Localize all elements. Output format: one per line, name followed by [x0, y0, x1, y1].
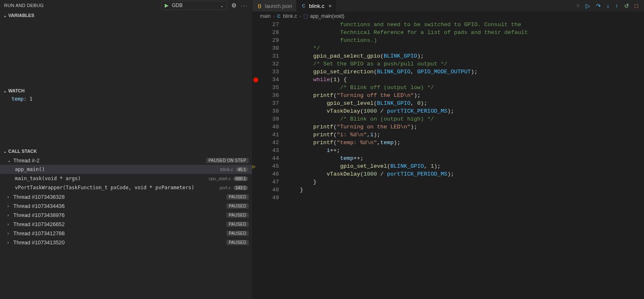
- stop-button[interactable]: □: [635, 2, 638, 9]
- variables-section-header[interactable]: ⌄ VARIABLES: [0, 11, 252, 20]
- code-line[interactable]: /* Set the GPIO as a push/pull output */: [286, 60, 640, 68]
- thread-row[interactable]: ›Thread #1073436328PAUSED: [0, 192, 252, 201]
- line-number[interactable]: 48: [259, 186, 279, 194]
- breadcrumb-symbol[interactable]: app_main(void): [310, 13, 344, 19]
- callstack-section-header[interactable]: ⌄ CALL STACK: [0, 147, 252, 156]
- code-line[interactable]: functions.): [286, 36, 640, 44]
- thread-row[interactable]: ›Thread #1073434436PAUSED: [0, 201, 252, 210]
- line-number[interactable]: 34: [259, 76, 279, 84]
- tab-label: blink.c: [309, 3, 324, 9]
- thread-label: Thread #1073426652: [13, 221, 226, 227]
- function-icon: ⬚: [303, 13, 308, 19]
- code-line[interactable]: printf("Turning on the LED\n");: [286, 123, 640, 131]
- breakpoint-icon[interactable]: [253, 77, 258, 82]
- start-debug-icon[interactable]: ▶: [165, 2, 168, 8]
- line-number[interactable]: 27: [259, 21, 279, 29]
- line-number[interactable]: 38: [259, 107, 279, 115]
- step-out-button[interactable]: ↑: [615, 2, 618, 9]
- gear-icon[interactable]: ⚙: [231, 2, 237, 9]
- code-line[interactable]: gpio_set_level(BLINK_GPIO, 0);: [286, 99, 640, 107]
- line-number[interactable]: 36: [259, 92, 279, 99]
- line-number[interactable]: 29: [259, 36, 279, 44]
- step-over-button[interactable]: ↷: [596, 2, 601, 9]
- restart-button[interactable]: ↺: [624, 2, 629, 9]
- run-debug-title: RUN AND DEBUG: [4, 3, 44, 8]
- code-line[interactable]: /* Blink on (output high) */: [286, 115, 640, 123]
- code-line[interactable]: /* Blink off (output low) */: [286, 84, 640, 92]
- breadcrumb[interactable]: main › C blink.c › ⬚ app_main(void): [252, 12, 644, 21]
- stack-frame[interactable]: vPortTaskWrapper(TaskFunction_t pxCode, …: [0, 183, 252, 192]
- line-number[interactable]: 45: [259, 162, 279, 170]
- watch-item[interactable]: temp: 1: [0, 95, 252, 103]
- code-line[interactable]: while(1) {: [286, 76, 640, 84]
- code-line[interactable]: vTaskDelay(1000 / portTICK_PERIOD_MS);: [286, 107, 640, 115]
- frame-file: cpu_start.c: [209, 176, 231, 181]
- continue-button[interactable]: ▷: [586, 2, 590, 9]
- thread-row-active[interactable]: ⌄ Thread #-2 PAUSED ON STEP: [0, 156, 252, 165]
- code-line[interactable]: vTaskDelay(1000 / portTICK_PERIOD_MS);: [286, 170, 640, 178]
- line-number[interactable]: 43: [259, 147, 279, 154]
- tab-label: launch.json: [265, 3, 292, 9]
- line-number[interactable]: 39: [259, 115, 279, 123]
- watch-value: 1: [29, 96, 32, 102]
- code-line[interactable]: printf("temp: %d\n",temp);: [286, 139, 640, 147]
- line-number[interactable]: 33: [259, 68, 279, 76]
- line-number[interactable]: 32: [259, 60, 279, 68]
- step-into-button[interactable]: ↓: [607, 2, 610, 9]
- code-line[interactable]: functions and need to be switched to GPI…: [286, 21, 640, 29]
- line-number[interactable]: 44: [259, 154, 279, 162]
- code-line[interactable]: }: [286, 186, 640, 194]
- breadcrumb-root[interactable]: main: [260, 13, 271, 19]
- line-number[interactable]: 35: [259, 84, 279, 92]
- line-number[interactable]: 47: [259, 178, 279, 186]
- watch-section-header[interactable]: ⌄ WATCH: [0, 86, 252, 95]
- line-number[interactable]: 41: [259, 131, 279, 139]
- line-number[interactable]: 40: [259, 123, 279, 131]
- thread-row[interactable]: ›Thread #1073413520PAUSED: [0, 238, 252, 247]
- code-line[interactable]: }: [286, 178, 640, 186]
- chevron-right-icon: ›: [300, 14, 301, 19]
- code-line[interactable]: printf("Turning off the LED\n");: [286, 92, 640, 99]
- editor-tab[interactable]: Cblink.c×: [297, 0, 336, 12]
- variables-area: [0, 20, 252, 86]
- watch-title: WATCH: [8, 88, 25, 93]
- stack-frame[interactable]: app_main()blink.c45:1: [0, 165, 252, 174]
- thread-label: Thread #1073413520: [13, 239, 226, 246]
- breadcrumb-file[interactable]: blink.c: [283, 13, 297, 19]
- frame-file: port.c: [219, 185, 231, 190]
- code-line[interactable]: gpio_pad_select_gpio(BLINK_GPIO);: [286, 52, 640, 60]
- thread-row[interactable]: ›Thread #1073412788PAUSED: [0, 229, 252, 238]
- line-number[interactable]: 49: [259, 194, 279, 202]
- line-number[interactable]: 31: [259, 52, 279, 60]
- code-editor[interactable]: ▷ 27282930313233343536373839404142434445…: [252, 21, 644, 299]
- code-line[interactable]: Technical Reference for a list of pads a…: [286, 29, 640, 36]
- chevron-right-icon: ›: [7, 231, 12, 236]
- line-number[interactable]: 42: [259, 139, 279, 147]
- code-line[interactable]: */: [286, 44, 640, 52]
- close-icon[interactable]: ×: [329, 3, 332, 9]
- line-number[interactable]: 30: [259, 44, 279, 52]
- editor-tab[interactable]: {}launch.json: [252, 0, 297, 12]
- frame-loc: 45:1: [236, 167, 248, 172]
- code-line[interactable]: temp++;: [286, 154, 640, 162]
- thread-label: Thread #-2: [13, 157, 206, 164]
- thread-row[interactable]: ›Thread #1073438976PAUSED: [0, 210, 252, 219]
- code-line[interactable]: gpio_set_level(BLINK_GPIO, 1);: [286, 162, 640, 170]
- code-line[interactable]: i++;: [286, 147, 640, 154]
- code-line[interactable]: gpio_set_direction(BLINK_GPIO, GPIO_MODE…: [286, 68, 640, 76]
- chevron-right-icon: ›: [7, 195, 12, 199]
- chevron-down-icon: ⌄: [7, 158, 12, 163]
- more-icon[interactable]: ···: [241, 2, 248, 9]
- debug-config-dropdown[interactable]: ▶ GDB ⌄: [161, 1, 227, 10]
- stack-frame[interactable]: main_task(void * args)cpu_start.c600:1: [0, 174, 252, 183]
- frame-name: main_task(void * args): [15, 176, 209, 181]
- thread-label: Thread #1073434436: [13, 203, 226, 209]
- code-line[interactable]: printf("i: %d\n",i);: [286, 131, 640, 139]
- grip-icon[interactable]: ⠿: [577, 4, 580, 8]
- frame-file: blink.c: [220, 167, 233, 172]
- code-line[interactable]: [286, 194, 640, 202]
- thread-row[interactable]: ›Thread #1073426652PAUSED: [0, 219, 252, 229]
- line-number[interactable]: 37: [259, 99, 279, 107]
- line-number[interactable]: 46: [259, 170, 279, 178]
- line-number[interactable]: 28: [259, 29, 279, 36]
